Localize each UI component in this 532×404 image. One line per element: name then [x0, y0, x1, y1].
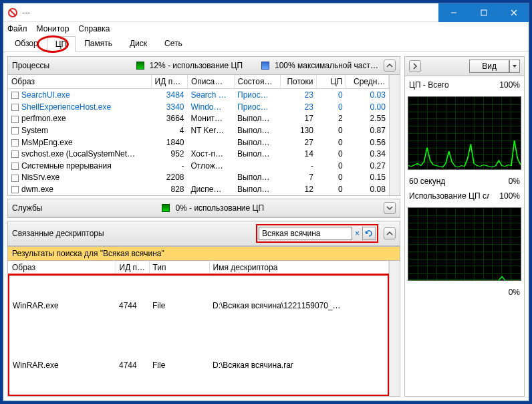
- svg-rect-3: [481, 10, 487, 15]
- tab-memory[interactable]: Память: [76, 35, 121, 52]
- titlebar: ---: [3, 3, 529, 22]
- graph1-br: 0%: [509, 177, 520, 186]
- col-desc[interactable]: Описа…: [187, 75, 234, 89]
- col-state[interactable]: Состоя…: [234, 75, 280, 89]
- maximize-button[interactable]: [469, 3, 499, 22]
- hcol-image[interactable]: Образ: [9, 261, 116, 275]
- close-button[interactable]: [499, 3, 529, 22]
- handles-panel: Связанные дескрипторы × Результаты поиск…: [7, 221, 400, 397]
- cpu-usage-icon: [136, 62, 144, 70]
- processes-scrollbar[interactable]: [389, 75, 400, 195]
- col-cpu[interactable]: ЦП: [317, 75, 346, 89]
- table-row[interactable]: WinRAR.exe4744FileD:\Всякая всячина.rar: [9, 335, 388, 395]
- chevron-up-icon: [386, 230, 393, 237]
- search-button[interactable]: [362, 227, 376, 240]
- menu-help[interactable]: Справка: [78, 24, 110, 33]
- collapse-graphs-button[interactable]: [409, 60, 421, 72]
- expand-services-button[interactable]: [384, 202, 396, 214]
- cpu-usage-label: 12% - использование ЦП: [150, 61, 243, 70]
- max-freq-icon: [261, 62, 269, 70]
- clear-search-icon[interactable]: ×: [355, 229, 360, 238]
- cpu-total-graph: [408, 96, 521, 170]
- handles-scrollbar[interactable]: [389, 261, 400, 396]
- processes-panel: Процессы 12% - использование ЦП 100% мак…: [7, 56, 400, 196]
- cpu-services-graph: [408, 207, 521, 281]
- col-avg[interactable]: Средн…: [346, 75, 389, 89]
- graph2-br: 0%: [509, 288, 520, 297]
- tab-disk[interactable]: Диск: [121, 35, 156, 52]
- view-dropdown-button[interactable]: [509, 60, 520, 73]
- chevron-down-icon: [386, 205, 393, 211]
- refresh-icon: [365, 229, 373, 237]
- table-row[interactable]: SearchUI.exe3484Search …Приос…2300.03: [8, 89, 389, 101]
- app-icon: [7, 7, 18, 18]
- processes-title: Процессы: [12, 61, 49, 70]
- menu-monitor[interactable]: Монитор: [37, 24, 70, 33]
- services-panel: Службы 0% - использование ЦП: [7, 199, 400, 218]
- results-header: Результаты поиска для "Всякая всячина": [8, 246, 400, 261]
- tab-overview[interactable]: Обзор: [6, 35, 47, 52]
- table-row[interactable]: perfmon.exe3664Монит…Выпол…1722.55: [8, 112, 389, 124]
- max-freq-label: 100% максимальной част…: [275, 61, 378, 70]
- resmon-window: --- Файл Монитор Справка Обзор ЦП Память…: [3, 3, 529, 401]
- graph1-bl: 60 секунд: [409, 177, 445, 186]
- table-row[interactable]: System4NT Ker…Выпол…13000.87: [8, 124, 389, 136]
- collapse-button[interactable]: [384, 60, 396, 72]
- handles-title: Связанные дескрипторы: [12, 229, 104, 238]
- graph1-title: ЦП - Всего: [409, 80, 449, 90]
- menu-file[interactable]: Файл: [7, 24, 27, 33]
- table-row[interactable]: ShellExperienceHost.exe3340Windo…Приос…2…: [8, 101, 389, 113]
- graphs-panel: Вид ЦП - Всего 100% 60 секунд 0% Использ: [404, 56, 525, 397]
- hcol-pid[interactable]: ИД п…: [116, 261, 149, 275]
- services-cpu-label: 0% - использование ЦП: [175, 203, 264, 213]
- svg-line-1: [10, 10, 15, 15]
- col-threads[interactable]: Потоки: [280, 75, 317, 89]
- handles-search-input[interactable]: [259, 227, 352, 240]
- table-row[interactable]: svchost.exe (LocalSystemNet…952Хост-п…Вы…: [8, 148, 389, 160]
- chevron-up-icon: [386, 62, 393, 69]
- view-button[interactable]: Вид: [469, 60, 509, 73]
- table-row[interactable]: NisSrv.exe2208Выпол…700.15: [8, 172, 389, 184]
- menubar: Файл Монитор Справка: [3, 22, 529, 35]
- services-cpu-icon: [162, 204, 170, 212]
- chevron-right-icon: [412, 63, 418, 70]
- col-image[interactable]: Образ: [8, 75, 151, 89]
- minimize-button[interactable]: [438, 3, 469, 22]
- graph2-pct: 100%: [499, 191, 520, 201]
- tabbar: Обзор ЦП Память Диск Сеть: [3, 35, 529, 52]
- handles-table[interactable]: Образ ИД п… Тип Имя дескриптора WinRAR.e…: [8, 261, 389, 396]
- tab-cpu[interactable]: ЦП: [47, 36, 76, 52]
- window-title: ---: [22, 8, 438, 17]
- table-row[interactable]: WinRAR.exe4744FileD:\Всякая всячина\1221…: [9, 275, 388, 335]
- dropdown-icon: [512, 64, 517, 69]
- hcol-name[interactable]: Имя дескриптора: [209, 261, 388, 275]
- services-title: Службы: [12, 203, 42, 213]
- table-row[interactable]: Системные прерывания-Отлож…-00.27: [8, 160, 389, 172]
- col-pid[interactable]: ИД п…: [151, 75, 187, 89]
- tab-network[interactable]: Сеть: [156, 35, 191, 52]
- graph1-pct: 100%: [499, 80, 520, 90]
- table-row[interactable]: MsMpEng.exe1840Выпол…2700.56: [8, 136, 389, 148]
- graph2-title: Использование ЦП сл…: [409, 191, 489, 201]
- hcol-type[interactable]: Тип: [149, 261, 209, 275]
- collapse-handles-button[interactable]: [384, 227, 396, 239]
- table-row[interactable]: dwm.exe828Диспе…Выпол…1200.08: [8, 183, 389, 195]
- processes-table[interactable]: Образ ИД п… Описа… Состоя… Потоки ЦП Сре…: [8, 75, 389, 195]
